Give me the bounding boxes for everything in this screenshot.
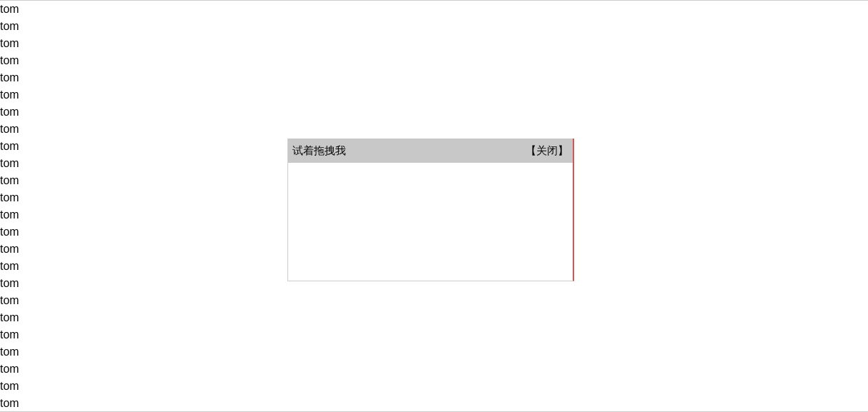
text-line: tom (0, 326, 868, 343)
text-line: tom (0, 69, 868, 86)
text-line: tom (0, 35, 868, 52)
close-button[interactable]: 【关闭】 (526, 144, 568, 158)
text-line: tom (0, 1, 868, 18)
text-line: tom (0, 52, 868, 69)
text-line: tom (0, 104, 868, 121)
text-line: tom (0, 378, 868, 395)
content-area: tomtomtomtomtomtomtomtomtomtomtomtomtomt… (0, 1, 868, 412)
text-line: tom (0, 395, 868, 412)
text-line: tom (0, 86, 868, 104)
text-line: tom (0, 121, 868, 138)
text-line: tom (0, 309, 868, 326)
text-line: tom (0, 343, 868, 361)
draggable-dialog[interactable]: 试着拖拽我 【关闭】 (287, 139, 574, 281)
text-line: tom (0, 18, 868, 35)
dialog-header[interactable]: 试着拖拽我 【关闭】 (288, 139, 573, 163)
text-line: tom (0, 292, 868, 309)
scroll-viewport[interactable]: tomtomtomtomtomtomtomtomtomtomtomtomtomt… (0, 0, 868, 412)
dialog-title: 试着拖拽我 (292, 144, 346, 158)
dialog-body (288, 163, 573, 281)
text-line: tom (0, 361, 868, 378)
